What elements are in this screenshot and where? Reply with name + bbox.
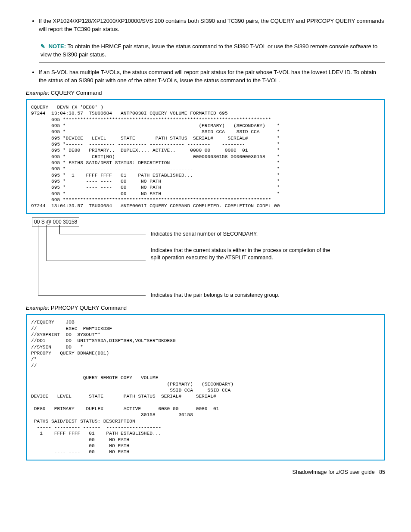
example2-label: Example: PPRCOPY QUERY Command xyxy=(26,304,385,312)
note-icon: ✎ xyxy=(40,43,45,50)
legend-text-1: Indicates the serial number of SECONDARY… xyxy=(151,230,336,238)
code-block-pprcopy: //EQUERY JOB // EXEC PGM=ICKDSF //SYSPRI… xyxy=(26,314,385,460)
legend-line xyxy=(59,225,60,234)
legend-line xyxy=(38,295,146,296)
legend-text-3: Indicates that the pair belongs to a con… xyxy=(151,292,336,299)
example1-label: Example: CQUERY Command xyxy=(26,89,385,97)
note-label: NOTE: xyxy=(49,43,66,50)
legend-boxed-text: 00 S @ 000 30158 xyxy=(32,218,79,227)
legend-line xyxy=(38,225,38,295)
note-box: ✎ NOTE: To obtain the HRMCF pair status,… xyxy=(39,39,385,63)
legend-diagram: 00 S @ 000 30158 Indicates the serial nu… xyxy=(26,218,385,302)
legend-line xyxy=(47,261,146,261)
legend-text-2: Indicates that the current status is eit… xyxy=(151,247,336,261)
code-block-cquery: CQUERY DEVN (X 'DE80' ) 97244 13:04:38.5… xyxy=(26,99,385,215)
legend-line xyxy=(59,234,146,234)
legend-line xyxy=(47,225,47,261)
bullet-item-2: If an S-VOL has multiple T-VOLs, the sta… xyxy=(39,68,385,85)
page-number: 85 xyxy=(379,469,385,475)
note-text: To obtain the HRMCF pair status, issue t… xyxy=(40,43,377,58)
bullet-item-1: If the XP1024/XP128/XP12000/XP10000/SVS … xyxy=(39,17,385,34)
page-footer: ShadowImage for z/OS user guide 85 xyxy=(26,468,385,476)
